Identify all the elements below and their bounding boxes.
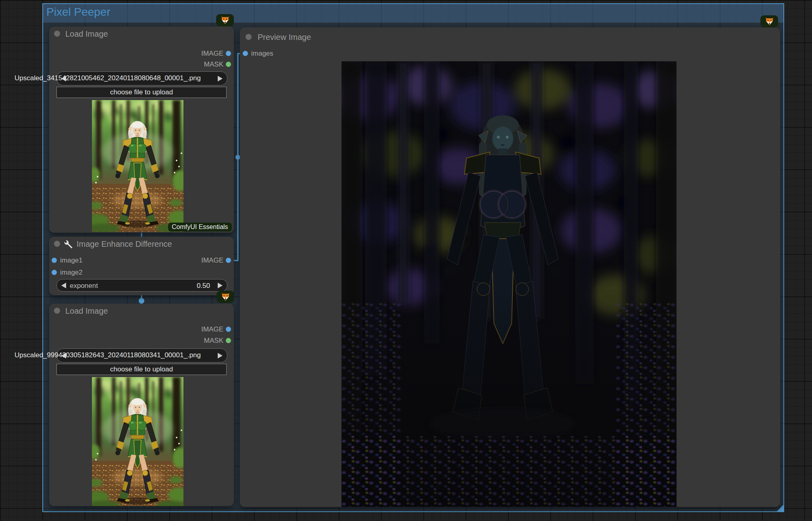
combo-next-icon[interactable] xyxy=(218,353,223,358)
output-port-image[interactable] xyxy=(226,51,231,56)
choose-file-button[interactable]: choose file to upload xyxy=(56,364,227,375)
widget-value[interactable]: 0.50 xyxy=(197,279,210,291)
node-title: Preview Image xyxy=(258,27,311,47)
input-port-image1[interactable] xyxy=(52,258,57,263)
input-label-image1: image1 xyxy=(60,255,83,266)
widget-label: exponent xyxy=(70,279,98,291)
node-load-image-2[interactable]: Load Image IMAGE MASK Upscaled_999430305… xyxy=(49,304,234,506)
input-label-image2: image2 xyxy=(60,267,83,278)
collapse-dot[interactable] xyxy=(54,241,60,247)
group-title: Pixel Peeper xyxy=(46,6,110,19)
node-header[interactable]: Preview Image xyxy=(240,27,780,47)
input-port-images[interactable] xyxy=(243,51,248,56)
node-source-badge xyxy=(217,291,234,303)
wrench-icon xyxy=(64,239,73,249)
collapse-dot[interactable] xyxy=(54,31,60,37)
difference-image-preview xyxy=(341,61,677,507)
node-source-badge xyxy=(216,14,234,26)
collapse-dot[interactable] xyxy=(246,34,252,40)
output-label-image: IMAGE xyxy=(201,324,223,335)
output-label-image: IMAGE xyxy=(201,48,223,59)
output-port-mask[interactable] xyxy=(226,338,231,343)
node-preview-image[interactable]: Preview Image images xyxy=(240,27,780,507)
output-label-mask: MASK xyxy=(204,59,223,70)
choose-file-button[interactable]: choose file to upload xyxy=(56,87,227,98)
node-pack-badge: ComfyUI Essentials xyxy=(168,223,232,231)
collapse-dot[interactable] xyxy=(54,308,60,314)
output-port-image[interactable] xyxy=(226,327,231,332)
decrement-icon[interactable] xyxy=(61,283,66,288)
output-label-image: IMAGE xyxy=(201,255,223,266)
fox-logo-icon xyxy=(765,17,774,26)
loaded-image-preview xyxy=(92,377,183,506)
node-image-enhance-difference[interactable]: Image Enhance Difference image1 IMAGE im… xyxy=(49,237,234,295)
node-load-image-1[interactable]: Load Image IMAGE MASK Upscaled_341542821… xyxy=(49,27,234,233)
node-title: Load Image xyxy=(65,27,108,41)
node-header[interactable]: Load Image xyxy=(49,304,234,318)
image-combo-widget[interactable] xyxy=(56,71,227,85)
increment-icon[interactable] xyxy=(218,283,223,288)
combo-prev-icon[interactable] xyxy=(61,353,66,358)
node-title: Image Enhance Difference xyxy=(77,237,172,251)
node-graph-canvas[interactable]: Pixel Peeper Load Image IMAGE MASK Ups xyxy=(0,0,812,521)
node-header[interactable]: Load Image xyxy=(49,27,234,41)
output-label-mask: MASK xyxy=(204,336,223,346)
fox-logo-icon xyxy=(221,16,230,25)
input-port-image2[interactable] xyxy=(52,270,57,275)
combo-next-icon[interactable] xyxy=(218,76,223,81)
output-port-image[interactable] xyxy=(226,258,231,263)
combo-prev-icon[interactable] xyxy=(61,76,66,81)
group-titlebar[interactable]: Pixel Peeper xyxy=(43,4,783,23)
exponent-widget[interactable]: exponent 0.50 xyxy=(56,279,227,292)
node-header[interactable]: Image Enhance Difference xyxy=(49,237,234,251)
loaded-image-preview xyxy=(92,100,183,232)
input-label-images: images xyxy=(251,48,273,59)
fox-logo-icon xyxy=(221,292,230,302)
image-combo-widget[interactable] xyxy=(56,348,227,363)
output-port-mask[interactable] xyxy=(226,62,231,67)
node-title: Load Image xyxy=(65,304,108,318)
node-source-badge xyxy=(760,15,778,27)
